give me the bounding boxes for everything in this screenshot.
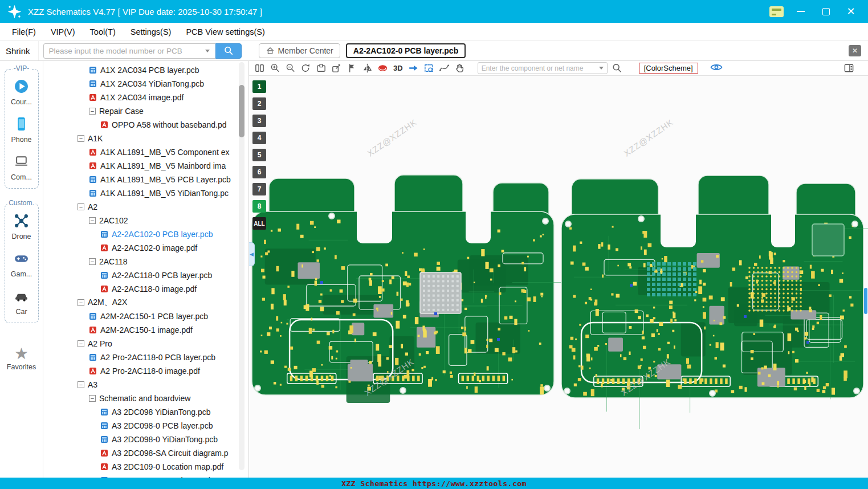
tree-item[interactable]: A1K AL1891_MB_V5 Mainbord ima: [43, 159, 248, 173]
tree-item[interactable]: A1K AL1891_MB_V5 PCB Layer.pcb: [43, 173, 248, 186]
tree-item[interactable]: A1K AL1891_MB_V5 YiDianTong.pc: [43, 186, 248, 200]
layer-button-6[interactable]: 6: [252, 166, 266, 178]
minus-box-icon[interactable]: −: [89, 108, 96, 115]
close-button[interactable]: ✕: [843, 3, 859, 19]
search-button[interactable]: [215, 43, 242, 59]
jump-arrow-icon[interactable]: [408, 63, 419, 74]
minimize-button[interactable]: [793, 3, 809, 19]
zoom-in-icon[interactable]: [269, 63, 280, 74]
model-search-input[interactable]: [43, 43, 215, 59]
sidebar-item-drone[interactable]: Drone: [11, 213, 31, 241]
export-view-icon[interactable]: [331, 63, 342, 74]
vip-card-icon[interactable]: [769, 6, 784, 17]
minus-box-icon[interactable]: −: [89, 258, 96, 265]
tree-item[interactable]: A1X 2AC034 PCB layer.pcb: [43, 63, 248, 77]
tree-item[interactable]: A2-2AC118-0 image.pdf: [43, 282, 248, 296]
minus-box-icon[interactable]: −: [78, 340, 84, 347]
refresh-icon[interactable]: [300, 63, 311, 74]
tree-item[interactable]: A1X 2AC034 YiDianTong.pcb: [43, 77, 248, 91]
tree-item[interactable]: −Schematic and boardview: [43, 392, 248, 405]
measure-curve-icon[interactable]: [439, 63, 450, 74]
tree-item[interactable]: −A2: [43, 200, 248, 214]
component-search-input[interactable]: [482, 64, 596, 72]
document-tab[interactable]: A2-2AC102-0 PCB layer.pcb: [346, 43, 466, 58]
tree-item[interactable]: A3 2DC098-0 PCB layer.pcb: [43, 419, 248, 433]
layer-button-8[interactable]: 8: [252, 200, 266, 213]
layer-button-3[interactable]: 3: [252, 115, 266, 127]
chevron-down-icon[interactable]: [205, 50, 210, 52]
pcb-canvas[interactable]: 12345678ALL XZZ@XZZHKXZZ@XZZHKXZZ@XZZHKX…: [249, 76, 868, 478]
sidebar-item-game[interactable]: Gam...: [11, 251, 32, 278]
menu-item-file[interactable]: File(F): [5, 23, 43, 40]
area-zoom-icon[interactable]: [423, 63, 435, 74]
tree-item[interactable]: A2-2AC118-0 PCB layer.pcb: [43, 268, 248, 282]
sidebar-item-courses[interactable]: Cour...: [11, 79, 32, 106]
layer-button-all[interactable]: ALL: [252, 217, 266, 230]
tree-item[interactable]: A3 2DC109-0 Location map.pdf: [43, 460, 248, 474]
tree-item[interactable]: A2M-2AC150-1 image.pdf: [43, 323, 248, 337]
minus-box-icon[interactable]: −: [78, 381, 84, 388]
sidebar-item-favorites[interactable]: ★ Favorites: [7, 346, 36, 371]
tree-item[interactable]: A1X 2AC034 image.pdf: [43, 91, 248, 104]
tree-item[interactable]: −A2M、A2X: [43, 296, 248, 309]
sidebar-item-phone[interactable]: Phone: [11, 116, 31, 144]
visibility-eye-icon[interactable]: [710, 63, 723, 74]
tree-scrollbar-thumb[interactable]: [239, 85, 244, 137]
menu-item-pcb-view-settings[interactable]: PCB View settings(S): [178, 23, 272, 40]
tree-item[interactable]: A2-2AC102-0 image.pdf: [43, 241, 248, 255]
tree-item[interactable]: −A3: [43, 378, 248, 392]
sidebar-item-car[interactable]: Car: [14, 288, 29, 316]
sidebar-item-computer[interactable]: Com...: [11, 154, 32, 181]
pcb-file-icon: [89, 189, 97, 197]
close-panel-icon[interactable]: ✕: [849, 45, 861, 56]
chevron-down-icon[interactable]: [599, 67, 604, 70]
split-view-icon[interactable]: [254, 63, 265, 74]
layer-button-1[interactable]: 1: [252, 80, 266, 93]
tree-item[interactable]: A2M-2AC150-1 PCB layer.pcb: [43, 309, 248, 323]
menu-item-vip[interactable]: VIP(V): [43, 23, 83, 40]
tree-item[interactable]: OPPO A58 without baseband.pd: [43, 118, 248, 132]
minus-box-icon[interactable]: −: [78, 299, 84, 306]
probe-flag-icon[interactable]: [346, 63, 357, 74]
colorscheme-button[interactable]: [ColorScheme]: [639, 63, 698, 74]
mirror-flip-icon[interactable]: [361, 63, 373, 74]
tree-item[interactable]: −A1K: [43, 132, 248, 145]
layer-button-2[interactable]: 2: [252, 97, 266, 110]
tree-item-label: A1X 2AC034 YiDianTong.pcb: [100, 79, 204, 88]
minus-box-icon[interactable]: −: [78, 203, 84, 210]
menu-item-settings[interactable]: Settings(S): [123, 23, 179, 40]
tree-item-label: A3: [88, 380, 97, 389]
zoom-out-icon[interactable]: [284, 63, 296, 74]
tree-item[interactable]: −2AC102: [43, 214, 248, 227]
menu-item-tool[interactable]: Tool(T): [83, 23, 123, 40]
threed-label[interactable]: 3D: [392, 64, 404, 72]
tree-item[interactable]: −2AC118: [43, 255, 248, 268]
tree-item[interactable]: −Repair Case: [43, 104, 248, 118]
layer-button-5[interactable]: 5: [252, 149, 266, 161]
panel-toggle-icon[interactable]: [843, 63, 854, 74]
tree-item[interactable]: A3 2DC098 YiDianTong.pcb: [43, 405, 248, 419]
component-search-icon[interactable]: [612, 63, 622, 74]
tree-item[interactable]: A2-2AC102-0 PCB layer.pcb: [43, 227, 248, 241]
top-bottom-view-icon[interactable]: [377, 63, 388, 74]
tree-item[interactable]: A2 Pro-2AC118-0 image.pdf: [43, 364, 248, 378]
layer-button-7[interactable]: 7: [252, 183, 266, 195]
board-outline-icon[interactable]: [315, 63, 327, 74]
tree-item[interactable]: A3 2DC098-SA Circuit diagram.p: [43, 446, 248, 460]
pan-hand-icon[interactable]: [454, 63, 466, 74]
minus-box-icon[interactable]: −: [78, 135, 84, 142]
tree-item[interactable]: A3 2DC109-0 PCB layer.pcb: [43, 474, 248, 478]
minus-box-icon[interactable]: −: [89, 395, 96, 402]
tree-item[interactable]: A3 2DC098-0 YiDianTong.pcb: [43, 433, 248, 446]
member-center-button[interactable]: Member Center: [259, 43, 340, 58]
layer-button-4[interactable]: 4: [252, 132, 266, 144]
tree-item[interactable]: −A2 Pro: [43, 337, 248, 351]
maximize-button[interactable]: [818, 3, 834, 19]
tree-item[interactable]: A2 Pro-2AC118-0 PCB layer.pcb: [43, 351, 248, 364]
component-search-box[interactable]: [478, 62, 608, 74]
minus-box-icon[interactable]: −: [89, 217, 96, 224]
viewer-scrollbar-thumb[interactable]: [864, 288, 867, 314]
collapse-tree-handle[interactable]: ◀: [249, 242, 255, 266]
shrink-button[interactable]: Shrink: [0, 41, 39, 60]
tree-item[interactable]: A1K AL1891_MB_V5 Component ex: [43, 145, 248, 159]
